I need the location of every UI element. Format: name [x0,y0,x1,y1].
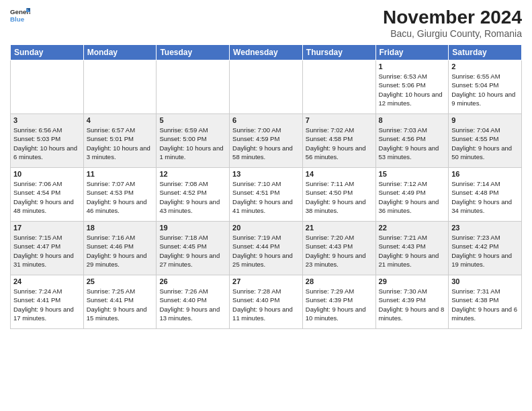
day-number: 18 [87,224,154,232]
day-info: Sunrise: 7:25 AM Sunset: 4:41 PM Dayligh… [87,287,154,322]
header-saturday: Saturday [449,45,522,60]
day-number: 1 [379,62,446,71]
calendar-table: Sunday Monday Tuesday Wednesday Thursday… [10,44,522,329]
day-number: 5 [159,116,226,124]
calendar-week-5: 24Sunrise: 7:24 AM Sunset: 4:41 PM Dayli… [11,275,522,329]
calendar-cell: 16Sunrise: 7:14 AM Sunset: 4:48 PM Dayli… [449,168,522,222]
day-number: 13 [232,170,300,178]
calendar-cell: 5Sunrise: 6:59 AM Sunset: 5:00 PM Daylig… [157,114,230,168]
calendar-cell: 30Sunrise: 7:31 AM Sunset: 4:38 PM Dayli… [449,275,522,329]
day-info: Sunrise: 7:24 AM Sunset: 4:41 PM Dayligh… [13,287,81,322]
calendar-cell: 20Sunrise: 7:19 AM Sunset: 4:44 PM Dayli… [230,222,303,275]
calendar-cell: 21Sunrise: 7:20 AM Sunset: 4:43 PM Dayli… [302,222,375,275]
day-info: Sunrise: 7:31 AM Sunset: 4:38 PM Dayligh… [451,287,519,322]
calendar-cell: 27Sunrise: 7:28 AM Sunset: 4:40 PM Dayli… [230,275,303,329]
calendar-cell: 12Sunrise: 7:08 AM Sunset: 4:52 PM Dayli… [157,168,230,222]
day-info: Sunrise: 7:10 AM Sunset: 4:51 PM Dayligh… [232,179,300,215]
calendar-cell [230,60,303,114]
day-number: 30 [451,277,519,285]
day-info: Sunrise: 7:00 AM Sunset: 4:59 PM Dayligh… [232,126,300,161]
calendar-cell: 2Sunrise: 6:55 AM Sunset: 5:04 PM Daylig… [449,60,522,114]
day-number: 25 [87,277,154,285]
header-sunday: Sunday [11,45,84,60]
day-number: 27 [232,277,300,285]
day-info: Sunrise: 7:11 AM Sunset: 4:50 PM Dayligh… [306,179,373,215]
logo-icon: General Blue [10,7,30,24]
calendar-cell [302,60,375,114]
day-number: 6 [232,116,300,124]
day-number: 16 [451,170,519,178]
day-number: 20 [232,224,300,232]
day-info: Sunrise: 7:21 AM Sunset: 4:43 PM Dayligh… [379,233,446,269]
day-info: Sunrise: 6:59 AM Sunset: 5:00 PM Dayligh… [159,126,226,161]
header-tuesday: Tuesday [157,45,230,60]
calendar-cell: 15Sunrise: 7:12 AM Sunset: 4:49 PM Dayli… [375,168,449,222]
calendar-cell: 17Sunrise: 7:15 AM Sunset: 4:47 PM Dayli… [11,222,84,275]
day-info: Sunrise: 7:14 AM Sunset: 4:48 PM Dayligh… [451,179,519,215]
day-number: 10 [13,170,81,178]
day-info: Sunrise: 7:03 AM Sunset: 4:56 PM Dayligh… [379,126,446,161]
day-number: 12 [159,170,226,178]
day-info: Sunrise: 7:12 AM Sunset: 4:49 PM Dayligh… [379,179,446,215]
day-number: 8 [379,116,446,124]
calendar-week-1: 1Sunrise: 6:53 AM Sunset: 5:06 PM Daylig… [11,60,522,114]
day-info: Sunrise: 7:08 AM Sunset: 4:52 PM Dayligh… [159,179,226,215]
calendar-cell: 9Sunrise: 7:04 AM Sunset: 4:55 PM Daylig… [449,114,522,168]
day-number: 2 [451,62,519,71]
day-number: 24 [13,277,81,285]
calendar-week-3: 10Sunrise: 7:06 AM Sunset: 4:54 PM Dayli… [11,168,522,222]
day-number: 17 [13,224,81,232]
header-row: Sunday Monday Tuesday Wednesday Thursday… [11,45,522,60]
calendar-cell: 19Sunrise: 7:18 AM Sunset: 4:45 PM Dayli… [157,222,230,275]
day-info: Sunrise: 7:26 AM Sunset: 4:40 PM Dayligh… [159,287,226,322]
calendar-cell: 26Sunrise: 7:26 AM Sunset: 4:40 PM Dayli… [157,275,230,329]
day-info: Sunrise: 7:20 AM Sunset: 4:43 PM Dayligh… [306,233,373,269]
month-title: November 2024 [383,7,522,28]
day-number: 4 [87,116,154,124]
calendar-cell: 22Sunrise: 7:21 AM Sunset: 4:43 PM Dayli… [375,222,449,275]
day-info: Sunrise: 6:56 AM Sunset: 5:03 PM Dayligh… [13,126,81,161]
day-info: Sunrise: 7:19 AM Sunset: 4:44 PM Dayligh… [232,233,300,269]
day-info: Sunrise: 7:15 AM Sunset: 4:47 PM Dayligh… [13,233,81,269]
day-number: 26 [159,277,226,285]
header-wednesday: Wednesday [230,45,303,60]
calendar-cell: 1Sunrise: 6:53 AM Sunset: 5:06 PM Daylig… [375,60,449,114]
day-info: Sunrise: 7:16 AM Sunset: 4:46 PM Dayligh… [87,233,154,269]
calendar-cell: 18Sunrise: 7:16 AM Sunset: 4:46 PM Dayli… [83,222,157,275]
calendar-cell: 11Sunrise: 7:07 AM Sunset: 4:53 PM Dayli… [83,168,157,222]
calendar-cell: 10Sunrise: 7:06 AM Sunset: 4:54 PM Dayli… [11,168,84,222]
day-number: 3 [13,116,81,124]
header-thursday: Thursday [302,45,375,60]
calendar-cell: 28Sunrise: 7:29 AM Sunset: 4:39 PM Dayli… [302,275,375,329]
day-number: 21 [306,224,373,232]
day-info: Sunrise: 7:29 AM Sunset: 4:39 PM Dayligh… [306,287,373,322]
day-info: Sunrise: 6:53 AM Sunset: 5:06 PM Dayligh… [379,72,446,107]
calendar-cell [157,60,230,114]
calendar-cell: 3Sunrise: 6:56 AM Sunset: 5:03 PM Daylig… [11,114,84,168]
calendar-cell: 8Sunrise: 7:03 AM Sunset: 4:56 PM Daylig… [375,114,449,168]
day-info: Sunrise: 7:28 AM Sunset: 4:40 PM Dayligh… [232,287,300,322]
day-info: Sunrise: 7:30 AM Sunset: 4:39 PM Dayligh… [379,287,446,322]
day-info: Sunrise: 6:57 AM Sunset: 5:01 PM Dayligh… [87,126,154,161]
day-number: 29 [379,277,446,285]
day-number: 23 [451,224,519,232]
day-info: Sunrise: 7:04 AM Sunset: 4:55 PM Dayligh… [451,126,519,161]
calendar-cell: 6Sunrise: 7:00 AM Sunset: 4:59 PM Daylig… [230,114,303,168]
day-number: 9 [451,116,519,124]
calendar-cell: 13Sunrise: 7:10 AM Sunset: 4:51 PM Dayli… [230,168,303,222]
day-info: Sunrise: 7:02 AM Sunset: 4:58 PM Dayligh… [306,126,373,161]
header-friday: Friday [375,45,449,60]
day-number: 15 [379,170,446,178]
calendar-cell: 29Sunrise: 7:30 AM Sunset: 4:39 PM Dayli… [375,275,449,329]
header: General Blue November 2024 Bacu, Giurgiu… [10,7,522,39]
day-info: Sunrise: 7:18 AM Sunset: 4:45 PM Dayligh… [159,233,226,269]
day-number: 22 [379,224,446,232]
calendar-cell: 24Sunrise: 7:24 AM Sunset: 4:41 PM Dayli… [11,275,84,329]
day-number: 7 [306,116,373,124]
day-info: Sunrise: 6:55 AM Sunset: 5:04 PM Dayligh… [451,72,519,107]
calendar-cell: 4Sunrise: 6:57 AM Sunset: 5:01 PM Daylig… [83,114,157,168]
day-info: Sunrise: 7:23 AM Sunset: 4:42 PM Dayligh… [451,233,519,269]
title-section: November 2024 Bacu, Giurgiu County, Roma… [383,7,522,39]
calendar-week-2: 3Sunrise: 6:56 AM Sunset: 5:03 PM Daylig… [11,114,522,168]
location-subtitle: Bacu, Giurgiu County, Romania [383,28,522,39]
